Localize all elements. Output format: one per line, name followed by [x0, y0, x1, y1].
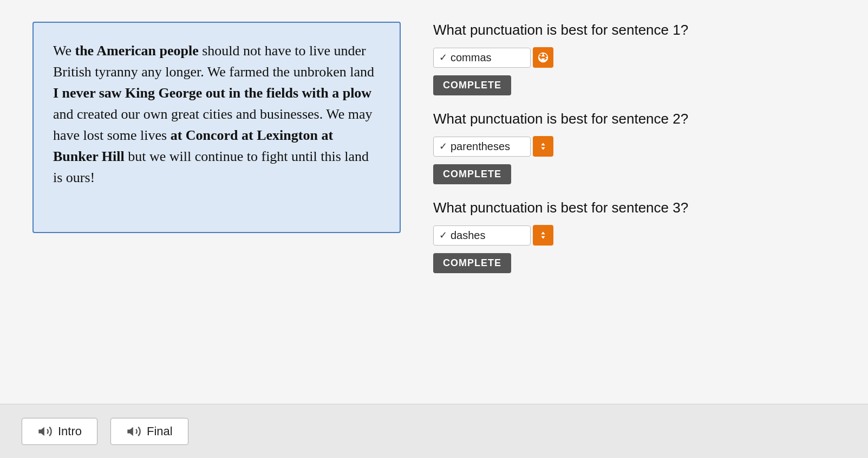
- select-text-3: dashes: [451, 229, 525, 242]
- dropdown-row-3: ✓ dashes: [433, 225, 836, 246]
- complete-btn-3[interactable]: COMPLETE: [433, 253, 511, 273]
- spinner-icon-3: [537, 229, 549, 241]
- question-block-1: What punctuation is best for sentence 1?…: [433, 22, 836, 95]
- dropdown-select-2[interactable]: ✓ parentheses: [433, 137, 531, 157]
- question-label-1: What punctuation is best for sentence 1?: [433, 22, 836, 38]
- question-label-2: What punctuation is best for sentence 2?: [433, 111, 836, 127]
- passage-text: We the American people should not have t…: [53, 40, 380, 188]
- check-icon-1: ✓: [439, 51, 447, 63]
- dropdown-arrow-btn-2[interactable]: [533, 136, 553, 157]
- svg-marker-0: [541, 54, 545, 57]
- final-button[interactable]: Final: [110, 418, 188, 445]
- spinner-icon-1: [537, 51, 549, 63]
- question-block-2: What punctuation is best for sentence 2?…: [433, 111, 836, 184]
- footer-bar: Intro Final: [0, 404, 868, 458]
- questions-panel: What punctuation is best for sentence 1?…: [433, 22, 836, 288]
- complete-btn-2[interactable]: COMPLETE: [433, 164, 511, 184]
- check-icon-3: ✓: [439, 229, 447, 241]
- final-label: Final: [147, 424, 173, 438]
- dropdown-arrow-btn-3[interactable]: [533, 225, 553, 246]
- dropdown-row-1: ✓ commas: [433, 47, 836, 68]
- svg-marker-6: [38, 427, 44, 435]
- question-block-3: What punctuation is best for sentence 3?…: [433, 199, 836, 273]
- speaker-icon-final: [126, 424, 141, 439]
- svg-marker-7: [127, 427, 133, 435]
- passage-box: We the American people should not have t…: [32, 22, 401, 233]
- main-content: We the American people should not have t…: [0, 0, 868, 404]
- question-label-3: What punctuation is best for sentence 3?: [433, 199, 836, 216]
- speaker-icon-intro: [37, 424, 53, 439]
- intro-label: Intro: [58, 424, 82, 438]
- intro-button[interactable]: Intro: [22, 418, 97, 445]
- dropdown-row-2: ✓ parentheses: [433, 136, 836, 157]
- svg-marker-2: [541, 143, 545, 146]
- svg-marker-5: [541, 236, 545, 239]
- dropdown-select-3[interactable]: ✓ dashes: [433, 225, 531, 246]
- spinner-icon-2: [537, 140, 549, 152]
- select-text-1: commas: [451, 51, 525, 64]
- dropdown-select-1[interactable]: ✓ commas: [433, 48, 531, 68]
- svg-marker-3: [541, 147, 545, 150]
- complete-btn-1[interactable]: COMPLETE: [433, 75, 511, 95]
- dropdown-arrow-btn-1[interactable]: [533, 47, 553, 68]
- check-icon-2: ✓: [439, 140, 447, 152]
- select-text-2: parentheses: [451, 140, 525, 153]
- svg-marker-4: [541, 232, 545, 235]
